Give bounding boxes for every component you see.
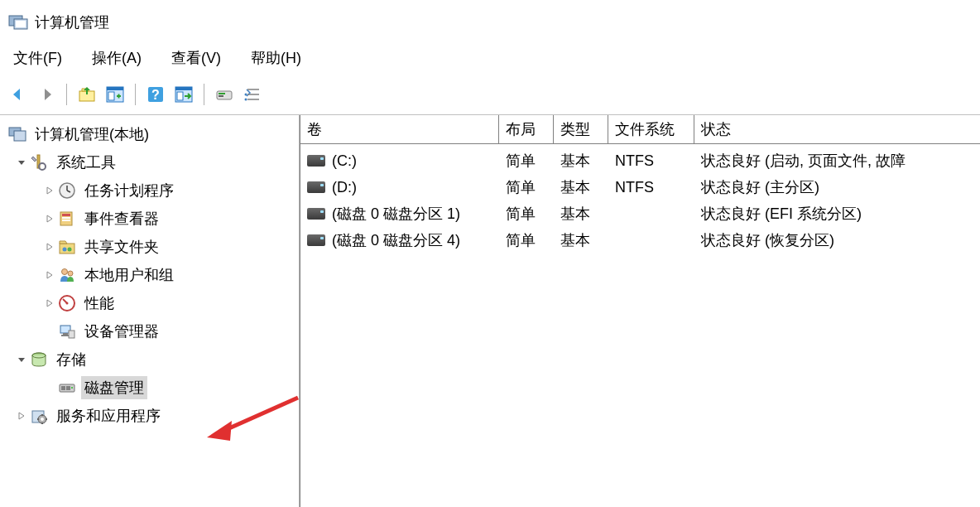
tree-root-label: 计算机管理(本地) — [31, 123, 152, 146]
svg-rect-10 — [175, 87, 192, 90]
svg-rect-36 — [69, 331, 74, 338]
toolbar-separator — [135, 84, 136, 105]
volume-type: 基本 — [554, 177, 608, 197]
up-button[interactable] — [74, 81, 100, 108]
content-area: 计算机管理(本地) 系统工具 任务计划程序 — [0, 115, 980, 507]
volume-row[interactable]: (C:) 简单 基本 NTFS 状态良好 (启动, 页面文件, 故障 — [300, 147, 980, 174]
volume-name: (磁盘 0 磁盘分区 4) — [332, 230, 460, 250]
tree-device-manager-label: 设备管理器 — [81, 320, 162, 343]
svg-point-45 — [41, 418, 44, 421]
volume-status: 状态良好 (EFI 系统分区) — [694, 204, 980, 224]
expander-right-icon[interactable] — [43, 240, 56, 254]
computer-management-icon — [8, 125, 26, 143]
svg-point-27 — [63, 248, 67, 252]
menu-help[interactable]: 帮助(H) — [246, 45, 306, 71]
tree-local-users-label: 本地用户和组 — [81, 263, 177, 287]
shared-folder-icon — [58, 238, 76, 256]
menu-view[interactable]: 查看(V) — [166, 45, 226, 71]
column-filesystem[interactable]: 文件系统 — [608, 115, 694, 143]
volume-row[interactable]: (D:) 简单 基本 NTFS 状态良好 (主分区) — [300, 174, 980, 200]
svg-rect-25 — [62, 220, 70, 221]
svg-rect-13 — [219, 93, 225, 94]
svg-rect-5 — [107, 87, 123, 90]
tree-task-scheduler-label: 任务计划程序 — [81, 179, 177, 202]
svg-rect-18 — [14, 131, 26, 141]
tree-local-users[interactable]: 本地用户和组 — [5, 261, 299, 289]
tree-event-viewer[interactable]: 事件查看器 — [5, 205, 299, 233]
expander-right-icon[interactable] — [43, 212, 56, 225]
expander-down-icon[interactable] — [15, 353, 28, 366]
refresh-button[interactable] — [211, 81, 238, 108]
column-layout[interactable]: 布局 — [499, 115, 554, 143]
tree-shared-folders[interactable]: 共享文件夹 — [5, 233, 299, 261]
expander-down-icon[interactable] — [15, 156, 28, 169]
users-icon — [58, 266, 76, 284]
tree-system-tools-label: 系统工具 — [53, 151, 119, 174]
expander-right-icon[interactable] — [43, 268, 56, 282]
volume-row[interactable]: (磁盘 0 磁盘分区 1) 简单 基本 状态良好 (EFI 系统分区) — [300, 200, 980, 227]
forward-button[interactable] — [33, 81, 60, 108]
svg-text:?: ? — [151, 88, 160, 102]
svg-rect-26 — [60, 244, 74, 254]
tree-shared-folders-label: 共享文件夹 — [81, 235, 162, 258]
svg-rect-23 — [62, 214, 70, 216]
storage-icon — [30, 350, 48, 369]
svg-rect-11 — [177, 92, 183, 100]
event-log-icon — [58, 210, 76, 228]
tree-performance-label: 性能 — [81, 292, 118, 315]
volume-layout: 简单 — [499, 151, 554, 171]
volume-layout: 简单 — [499, 177, 554, 197]
svg-rect-41 — [66, 386, 70, 390]
volume-fs: NTFS — [608, 179, 694, 196]
back-button[interactable] — [5, 81, 31, 108]
menu-file[interactable]: 文件(F) — [8, 45, 67, 71]
svg-rect-2 — [16, 21, 26, 27]
services-icon — [30, 407, 48, 425]
tree-system-tools[interactable]: 系统工具 — [5, 148, 299, 176]
volume-name: (磁盘 0 磁盘分区 1) — [332, 204, 460, 224]
svg-rect-34 — [63, 333, 68, 335]
volume-status: 状态良好 (启动, 页面文件, 故障 — [694, 151, 980, 171]
tree-disk-management[interactable]: 磁盘管理 — [5, 374, 299, 402]
volume-type: 基本 — [554, 204, 608, 224]
drive-icon — [307, 208, 325, 220]
expander-right-icon[interactable] — [15, 409, 28, 422]
expander-right-icon[interactable] — [43, 184, 56, 197]
drive-icon — [307, 181, 325, 193]
column-status[interactable]: 状态 — [694, 115, 980, 143]
volume-fs: NTFS — [608, 152, 694, 170]
svg-rect-14 — [219, 95, 223, 97]
menu-action[interactable]: 操作(A) — [87, 45, 147, 71]
list-header: 卷 布局 类型 文件系统 状态 — [300, 115, 980, 144]
volume-type: 基本 — [554, 151, 608, 171]
column-type[interactable]: 类型 — [554, 115, 608, 143]
svg-point-32 — [66, 302, 69, 305]
volume-row[interactable]: (磁盘 0 磁盘分区 4) 简单 基本 状态良好 (恢复分区) — [300, 227, 980, 254]
tree-services-apps-label: 服务和应用程序 — [53, 404, 164, 427]
tree-performance[interactable]: 性能 — [5, 289, 299, 317]
column-volume[interactable]: 卷 — [300, 115, 499, 143]
help-button[interactable]: ? — [142, 81, 169, 108]
tree-task-scheduler[interactable]: 任务计划程序 — [5, 176, 299, 205]
svg-rect-24 — [62, 217, 70, 219]
volume-name: (C:) — [332, 152, 357, 170]
tree-services-apps[interactable]: 服务和应用程序 — [5, 402, 299, 430]
toolbar-separator — [204, 84, 204, 105]
tree-device-manager[interactable]: 设备管理器 — [5, 317, 299, 345]
show-hide-console-tree-button[interactable] — [102, 81, 128, 108]
volume-status: 状态良好 (恢复分区) — [694, 230, 980, 250]
device-manager-icon — [58, 322, 76, 340]
expander-right-icon[interactable] — [43, 297, 56, 310]
tree-root[interactable]: 计算机管理(本地) — [5, 120, 299, 148]
list-button[interactable] — [239, 81, 266, 108]
volume-layout: 简单 — [499, 230, 554, 250]
tree-storage-label: 存储 — [53, 348, 89, 371]
computer-management-window: 计算机管理 文件(F) 操作(A) 查看(V) 帮助(H) — [0, 0, 980, 507]
tree-storage[interactable]: 存储 — [5, 345, 299, 374]
menubar: 文件(F) 操作(A) 查看(V) 帮助(H) — [0, 38, 980, 76]
volume-type: 基本 — [554, 230, 608, 250]
properties-button[interactable] — [171, 81, 197, 108]
list-body: (C:) 简单 基本 NTFS 状态良好 (启动, 页面文件, 故障 (D:) … — [300, 144, 980, 507]
svg-point-16 — [245, 99, 247, 101]
tree-disk-management-label: 磁盘管理 — [81, 376, 147, 399]
